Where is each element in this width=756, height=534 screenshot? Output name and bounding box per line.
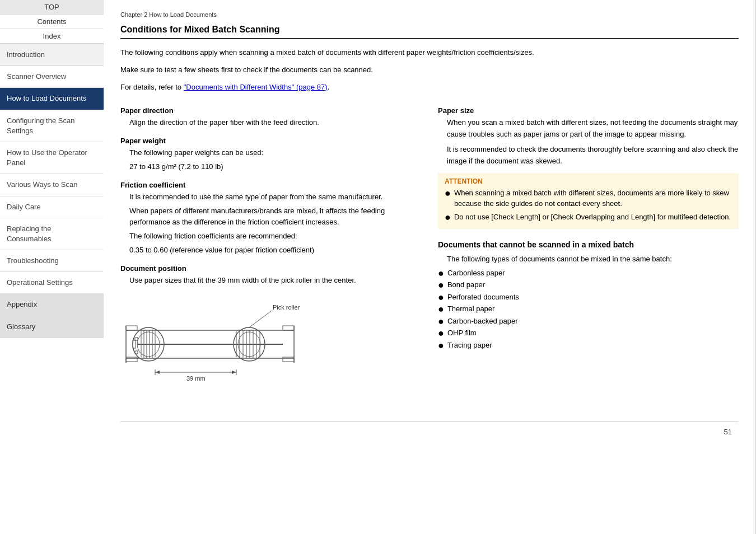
sidebar-item-replacing-consumables[interactable]: Replacing the Consumables xyxy=(0,218,104,250)
sidebar-item-operational-settings[interactable]: Operational Settings xyxy=(0,272,104,294)
cannot-scan-item-1: ● Carbonless paper xyxy=(438,268,739,279)
bullet-4: ● xyxy=(438,304,444,314)
attention-text-1: When scanning a mixed batch with differe… xyxy=(454,188,732,209)
right-column: Paper size When you scan a mixed batch w… xyxy=(438,99,739,404)
sidebar-item-operator-panel[interactable]: How to Use the Operator Panel xyxy=(0,142,104,174)
sidebar-item-how-to-load[interactable]: How to Load Documents xyxy=(0,88,104,110)
attention-text-2: Do not use [Check Length] or [Check Over… xyxy=(454,212,731,223)
sidebar-item-troubleshooting[interactable]: Troubleshooting xyxy=(0,250,104,272)
sidebar-item-introduction[interactable]: Introduction xyxy=(0,44,104,66)
bullet-2: ● xyxy=(438,280,444,290)
attention-title: ATTENTION xyxy=(445,177,732,185)
attention-bullet-1: ● xyxy=(445,188,451,198)
main-content: Chapter 2 How to Load Documents Conditio… xyxy=(104,0,756,534)
left-column: Paper direction Align the direction of t… xyxy=(120,99,421,404)
cannot-scan-item-3: ● Perforated documents xyxy=(438,292,739,303)
paper-direction-heading: Paper direction xyxy=(120,106,421,115)
sidebar-item-scanner-overview[interactable]: Scanner Overview xyxy=(0,66,104,88)
friction-para-4: 0.35 to 0.60 (reference value for paper … xyxy=(129,245,421,256)
cannot-scan-intro: The following types of documents cannot … xyxy=(447,254,739,265)
bullet-5: ● xyxy=(438,316,444,326)
document-position-heading: Document position xyxy=(120,264,421,273)
svg-text:Pick roller: Pick roller xyxy=(273,304,300,311)
sidebar: TOP Contents Index Introduction Scanner … xyxy=(0,0,104,534)
paper-size-heading: Paper size xyxy=(438,106,739,115)
svg-marker-35 xyxy=(155,371,160,374)
svg-marker-36 xyxy=(232,371,236,374)
cannot-scan-item-6: ● OHP film xyxy=(438,327,739,339)
two-column-layout: Paper direction Align the direction of t… xyxy=(120,99,739,404)
cannot-scan-list: ● Carbonless paper ● Bond paper ● Perfor… xyxy=(438,268,739,351)
roller-svg: Pick roller 39 mm xyxy=(120,291,300,403)
sidebar-item-index[interactable]: Index xyxy=(0,29,104,44)
chapter-title: Conditions for Mixed Batch Scanning xyxy=(120,25,739,39)
sidebar-item-top[interactable]: TOP xyxy=(0,0,104,15)
bullet-7: ● xyxy=(438,340,444,350)
sidebar-item-daily-care[interactable]: Daily Care xyxy=(0,196,104,218)
cannot-scan-item-7: ● Tracing paper xyxy=(438,340,739,351)
friction-para-1: It is recommended to use the same type o… xyxy=(129,191,421,203)
intro-para-3: For details, refer to "Documents with Di… xyxy=(120,82,739,93)
sidebar-item-glossary[interactable]: Glossary xyxy=(0,316,104,338)
paper-weight-heading: Paper weight xyxy=(120,137,421,145)
bullet-6: ● xyxy=(438,328,444,338)
friction-coefficient-heading: Friction coefficient xyxy=(120,181,421,189)
sidebar-item-appendix[interactable]: Appendix xyxy=(0,294,104,316)
paper-weight-subtext: 27 to 413 g/m² (7.2 to 110 lb) xyxy=(129,161,421,173)
svg-rect-2 xyxy=(126,326,137,330)
friction-para-2: When papers of different manufacturers/b… xyxy=(129,205,421,229)
attention-box: ATTENTION ● When scanning a mixed batch … xyxy=(438,173,739,229)
attention-item-2: ● Do not use [Check Length] or [Check Ov… xyxy=(445,212,732,223)
bullet-1: ● xyxy=(438,268,444,278)
page-number: 51 xyxy=(120,421,739,442)
cannot-scan-item-5: ● Carbon-backed paper xyxy=(438,316,739,327)
svg-text:39 mm: 39 mm xyxy=(186,375,206,382)
paper-size-para-1: When you scan a mixed batch with differe… xyxy=(447,117,739,140)
svg-rect-3 xyxy=(126,357,137,362)
cannot-scan-heading: Documents that cannot be scanned in a mi… xyxy=(438,240,739,249)
sidebar-item-configuring-scan[interactable]: Configuring the Scan Settings xyxy=(0,110,104,142)
link-different-widths[interactable]: "Documents with Different Widths" (page … xyxy=(184,83,328,91)
svg-line-30 xyxy=(249,311,272,327)
paper-size-para-2: It is recommended to check the documents… xyxy=(447,144,739,167)
roller-diagram: Pick roller 39 mm xyxy=(120,291,421,405)
sidebar-item-various-ways[interactable]: Various Ways to Scan xyxy=(0,174,104,196)
svg-rect-5 xyxy=(283,326,294,330)
cannot-scan-item-2: ● Bond paper xyxy=(438,279,739,291)
breadcrumb: Chapter 2 How to Load Documents xyxy=(120,11,739,18)
intro-para-1: The following conditions apply when scan… xyxy=(120,47,739,59)
document-position-text: Use paper sizes that fit the 39 mm width… xyxy=(129,275,421,287)
friction-para-3: The following friction coefficients are … xyxy=(129,231,421,242)
paper-weight-text: The following paper weights can be used: xyxy=(129,147,421,159)
sidebar-nav: Introduction Scanner Overview How to Loa… xyxy=(0,44,104,534)
svg-rect-6 xyxy=(283,357,294,362)
attention-item-1: ● When scanning a mixed batch with diffe… xyxy=(445,188,732,209)
sidebar-top: TOP Contents Index xyxy=(0,0,104,44)
svg-rect-12 xyxy=(135,338,138,340)
cannot-scan-item-4: ● Thermal paper xyxy=(438,303,739,315)
paper-direction-text: Align the direction of the paper fiber w… xyxy=(129,117,421,129)
intro-para-2: Make sure to test a few sheets first to … xyxy=(120,64,739,76)
sidebar-item-contents[interactable]: Contents xyxy=(0,15,104,29)
attention-bullet-2: ● xyxy=(445,212,451,222)
bullet-3: ● xyxy=(438,292,444,302)
